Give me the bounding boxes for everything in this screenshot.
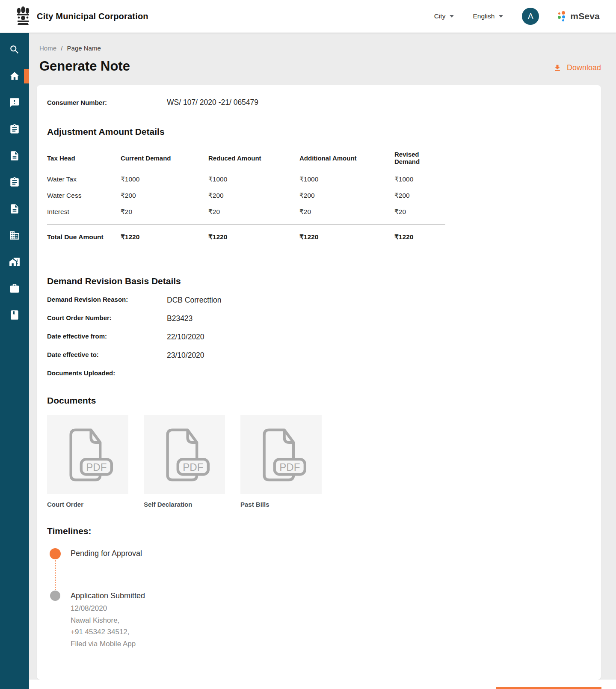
field-row: Date effective to: 23/10/2020 xyxy=(47,351,591,360)
timeline-detail-date: 12/08/2020 xyxy=(71,603,145,615)
document-icon xyxy=(9,203,20,214)
cell: ₹1220 xyxy=(121,225,208,245)
pdf-file-icon: PDF xyxy=(254,427,308,483)
documents-heading: Documents xyxy=(47,395,591,406)
consumer-number-label: Consumer Number: xyxy=(47,98,167,107)
sidebar-item-employee[interactable] xyxy=(0,275,29,302)
app-title: City Municipal Corporation xyxy=(37,12,148,21)
sidebar-item-home[interactable] xyxy=(0,63,29,89)
cell: ₹1220 xyxy=(394,225,445,245)
breadcrumb-current: Page Name xyxy=(67,45,101,52)
timeline: Pending for Approval Application Submitt… xyxy=(47,548,591,650)
field-row: Date effective from: 22/10/2020 xyxy=(47,333,591,342)
pdf-thumbnail: PDF xyxy=(47,415,128,494)
sidebar-item-complaints[interactable] xyxy=(0,89,29,116)
mseva-brand-text: mSeva xyxy=(570,11,600,21)
city-dropdown[interactable]: City xyxy=(434,12,454,20)
cell: ₹1000 xyxy=(394,171,445,187)
cell: ₹20 xyxy=(208,204,299,220)
timeline-step-pending: Pending for Approval xyxy=(50,548,591,591)
col-tax-head: Tax Head xyxy=(47,150,121,168)
sidebar-item-bills[interactable] xyxy=(0,143,29,169)
breadcrumb-home-link[interactable]: Home xyxy=(39,45,56,52)
timeline-dot-done xyxy=(50,591,60,601)
document-tile-self-declaration[interactable]: PDF Self Declaration xyxy=(144,415,225,508)
download-label: Download xyxy=(567,63,601,72)
briefcase-icon xyxy=(9,283,20,294)
document-label: Court Order xyxy=(47,501,128,508)
cell: ₹20 xyxy=(121,204,208,220)
search-icon xyxy=(9,44,20,55)
total-label: Total Due Amount xyxy=(47,225,121,245)
sidebar-nav xyxy=(0,33,29,689)
breadcrumb-separator: / xyxy=(61,45,62,52)
national-emblem-icon xyxy=(15,6,31,26)
sidebar-item-search[interactable] xyxy=(0,36,29,63)
language-dropdown[interactable]: English xyxy=(473,12,503,20)
field-label: Date effective from: xyxy=(47,333,167,342)
property-icon xyxy=(9,256,20,267)
field-value: 22/10/2020 xyxy=(167,333,204,342)
timeline-detail-phone: +91 45342 34512, xyxy=(71,626,145,638)
timeline-dot-current xyxy=(50,548,61,559)
adjustment-table-header: Tax Head Current Demand Reduced Amount A… xyxy=(47,146,445,171)
revision-fields: Demand Revision Reason: DCB Correcttion … xyxy=(47,296,591,377)
home-icon xyxy=(9,71,20,82)
pdf-file-icon: PDF xyxy=(157,427,212,483)
top-header: City Municipal Corporation City English … xyxy=(0,0,616,33)
pdf-thumbnail: PDF xyxy=(144,415,225,494)
sidebar-item-municipal-services[interactable] xyxy=(0,222,29,249)
field-value: DCB Correcttion xyxy=(167,296,221,305)
user-avatar[interactable]: A xyxy=(522,8,539,25)
consumer-number-value: WS/ 107/ 2020 -21/ 065479 xyxy=(167,98,258,107)
timeline-step-label: Pending for Approval xyxy=(71,548,142,558)
document-tile-court-order[interactable]: PDF Court Order xyxy=(47,415,128,508)
sidebar-item-property[interactable] xyxy=(0,249,29,275)
document-tiles: PDF Court Order PDF xyxy=(47,415,591,508)
building-icon xyxy=(9,230,20,241)
table-row: Water Tax ₹1000 ₹1000 ₹1000 ₹1000 xyxy=(47,171,445,187)
timeline-step-details: 12/08/2020 Nawal Kishore, +91 45342 3451… xyxy=(71,603,145,650)
col-reduced-amount: Reduced Amount xyxy=(208,150,299,168)
document-label: Self Declaration xyxy=(144,501,225,508)
sidebar-item-reports[interactable] xyxy=(0,196,29,222)
svg-text:PDF: PDF xyxy=(279,461,300,472)
cell: Water Tax xyxy=(47,171,121,187)
svg-text:PDF: PDF xyxy=(183,461,203,472)
cell: ₹200 xyxy=(121,187,208,204)
page-content: Home / Page Name Generate Note Download … xyxy=(29,33,616,680)
cell: ₹200 xyxy=(208,187,299,204)
cell: ₹1220 xyxy=(299,225,394,245)
col-additional-amount: Additional Amount xyxy=(299,150,394,168)
field-value: B23423 xyxy=(167,314,192,323)
adjustment-heading: Adjustment Amount Details xyxy=(47,127,591,137)
chevron-down-icon xyxy=(450,15,454,18)
timeline-connector xyxy=(55,560,56,590)
sidebar-item-applications[interactable] xyxy=(0,116,29,143)
cell: ₹200 xyxy=(299,187,394,204)
timeline-step-submitted: Application Submitted 12/08/2020 Nawal K… xyxy=(50,591,591,650)
cell: ₹20 xyxy=(299,204,394,220)
table-row: Water Cess ₹200 ₹200 ₹200 ₹200 xyxy=(47,187,445,204)
cell: ₹1000 xyxy=(299,171,394,187)
sidebar-item-services[interactable] xyxy=(0,169,29,196)
field-row: Documents Uploaded: xyxy=(47,369,591,377)
chevron-down-icon xyxy=(499,15,503,18)
timeline-detail-channel: Filed via Mobile App xyxy=(71,638,145,650)
consumer-number-row: Consumer Number: WS/ 107/ 2020 -21/ 0654… xyxy=(47,98,591,107)
document-icon xyxy=(9,150,20,161)
timeline-heading: Timelines: xyxy=(47,526,591,536)
book-icon xyxy=(9,309,20,321)
application-card: Consumer Number: WS/ 107/ 2020 -21/ 0654… xyxy=(37,85,601,680)
field-value: 23/10/2020 xyxy=(167,351,204,360)
sidebar-item-ledger[interactable] xyxy=(0,302,29,328)
clipboard-icon xyxy=(9,124,20,135)
cell: Interest xyxy=(47,204,121,220)
language-dropdown-label: English xyxy=(473,12,495,20)
download-button[interactable]: Download xyxy=(553,63,601,74)
document-tile-past-bills[interactable]: PDF Past Bills xyxy=(240,415,322,508)
take-action-button[interactable]: Take Action xyxy=(496,687,601,689)
cell: Water Cess xyxy=(47,187,121,204)
field-label: Date effective to: xyxy=(47,351,167,360)
cell: ₹200 xyxy=(394,187,445,204)
